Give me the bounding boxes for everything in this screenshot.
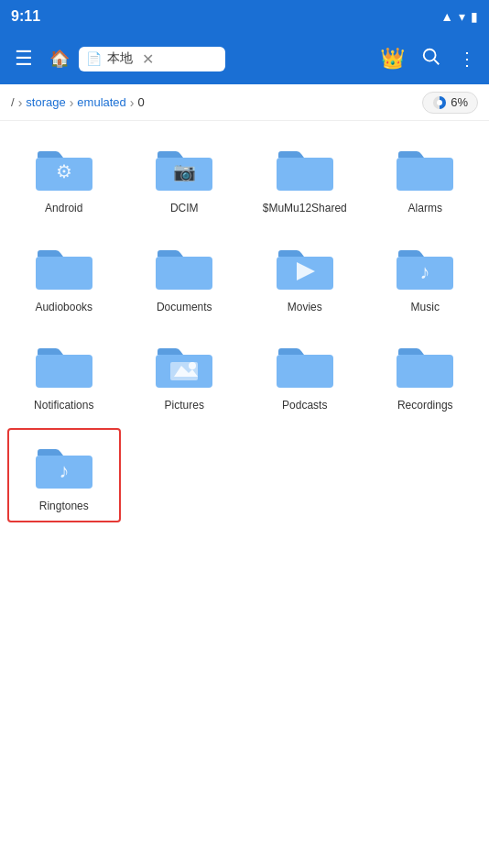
folder-dcim-label: DCIM — [170, 202, 199, 216]
folder-alarms[interactable]: Alarms — [369, 132, 483, 224]
status-time: 9:11 — [11, 8, 40, 25]
folder-dcim[interactable]: 📷 DCIM — [128, 132, 242, 224]
breadcrumb-root[interactable]: / — [11, 95, 15, 109]
svg-line-1 — [434, 60, 439, 64]
folder-recordings[interactable]: Recordings — [369, 329, 483, 421]
wifi-icon: ▾ — [459, 9, 465, 24]
folder-pictures[interactable]: Pictures — [128, 329, 242, 421]
folder-alarms-label: Alarms — [408, 202, 442, 216]
svg-rect-8 — [277, 158, 333, 191]
home-button[interactable]: 🏠 — [46, 45, 73, 72]
svg-text:♪: ♪ — [420, 260, 430, 283]
breadcrumb-sep2: › — [70, 95, 74, 110]
folder-documents[interactable]: Documents — [128, 231, 242, 323]
folder-recordings-label: Recordings — [397, 399, 453, 413]
breadcrumb-bar: / › storage › emulated › 0 6% — [0, 84, 489, 121]
tab-local[interactable]: 📄 本地 ✕ — [79, 47, 225, 71]
folder-pictures-icon — [151, 336, 217, 395]
folder-music-icon: ♪ — [392, 238, 458, 297]
svg-point-3 — [437, 100, 442, 105]
storage-pie-icon — [432, 95, 447, 110]
svg-rect-11 — [156, 257, 212, 290]
folder-podcasts[interactable]: Podcasts — [248, 329, 362, 421]
status-bar: 9:11 ▲ ▾ ▮ — [0, 0, 489, 33]
storage-badge: 6% — [422, 92, 478, 114]
folder-music[interactable]: ♪ Music — [369, 231, 483, 323]
folder-notifications-label: Notifications — [34, 399, 93, 413]
folder-ringtones[interactable]: ♪ Ringtones — [7, 428, 121, 523]
svg-text:📷: 📷 — [173, 160, 196, 182]
folder-ringtones-label: Ringtones — [39, 500, 89, 514]
breadcrumb-sep1: › — [18, 95, 23, 110]
crown-button[interactable]: 👑 — [375, 41, 410, 76]
more-button[interactable]: ⋮ — [452, 42, 482, 75]
folder-mumu-label: $MuMu12Shared — [263, 202, 347, 216]
folder-audiobooks-label: Audiobooks — [35, 301, 92, 315]
folder-grid: ⚙ Android 📷 DCIM $MuMu12Shared Alarms Au… — [0, 121, 489, 533]
folder-notifications[interactable]: Notifications — [7, 329, 121, 421]
status-icons: ▲ ▾ ▮ — [440, 9, 478, 24]
folder-android[interactable]: ⚙ Android — [7, 132, 121, 224]
folder-mumu-icon — [272, 139, 338, 198]
folder-ringtones-icon: ♪ — [31, 437, 97, 496]
folder-documents-label: Documents — [157, 301, 212, 315]
folder-audiobooks-icon — [31, 238, 97, 297]
svg-point-0 — [424, 49, 436, 60]
svg-rect-16 — [36, 355, 92, 388]
svg-rect-10 — [36, 257, 92, 290]
folder-podcasts-icon — [272, 336, 338, 395]
tab-close-button[interactable]: ✕ — [142, 50, 154, 68]
folder-recordings-icon — [392, 336, 458, 395]
toolbar: ☰ 🏠 📄 本地 ✕ 👑 ⋮ — [0, 33, 489, 84]
folder-audiobooks[interactable]: Audiobooks — [7, 231, 121, 323]
search-button[interactable] — [416, 41, 447, 77]
svg-rect-21 — [277, 355, 333, 388]
folder-pictures-label: Pictures — [165, 399, 204, 413]
folder-movies[interactable]: Movies — [248, 231, 362, 323]
folder-music-label: Music — [411, 301, 440, 315]
folder-notifications-icon — [31, 336, 97, 395]
menu-button[interactable]: ☰ — [7, 39, 40, 78]
breadcrumb-emulated[interactable]: emulated — [77, 95, 125, 109]
tab-doc-icon: 📄 — [86, 51, 102, 66]
folder-android-icon: ⚙ — [31, 139, 97, 198]
svg-text:⚙: ⚙ — [56, 161, 72, 181]
svg-rect-9 — [397, 158, 453, 191]
breadcrumb-sep3: › — [130, 95, 135, 110]
svg-point-20 — [189, 362, 196, 369]
signal-icon: ▲ — [440, 9, 453, 24]
folder-android-label: Android — [45, 202, 82, 216]
svg-rect-22 — [397, 355, 453, 388]
storage-percent: 6% — [451, 95, 468, 109]
svg-text:♪: ♪ — [59, 459, 69, 482]
folder-podcasts-label: Podcasts — [282, 399, 327, 413]
folder-alarms-icon — [392, 139, 458, 198]
tab-label: 本地 — [107, 50, 133, 67]
folder-mumu[interactable]: $MuMu12Shared — [248, 132, 362, 224]
folder-movies-icon — [272, 238, 338, 297]
breadcrumb-storage[interactable]: storage — [26, 95, 65, 109]
breadcrumb: / › storage › emulated › 0 — [11, 95, 145, 110]
folder-dcim-icon: 📷 — [151, 139, 217, 198]
battery-icon: ▮ — [471, 9, 478, 24]
breadcrumb-current: 0 — [138, 95, 145, 109]
folder-documents-icon — [151, 238, 217, 297]
folder-movies-label: Movies — [288, 301, 322, 315]
